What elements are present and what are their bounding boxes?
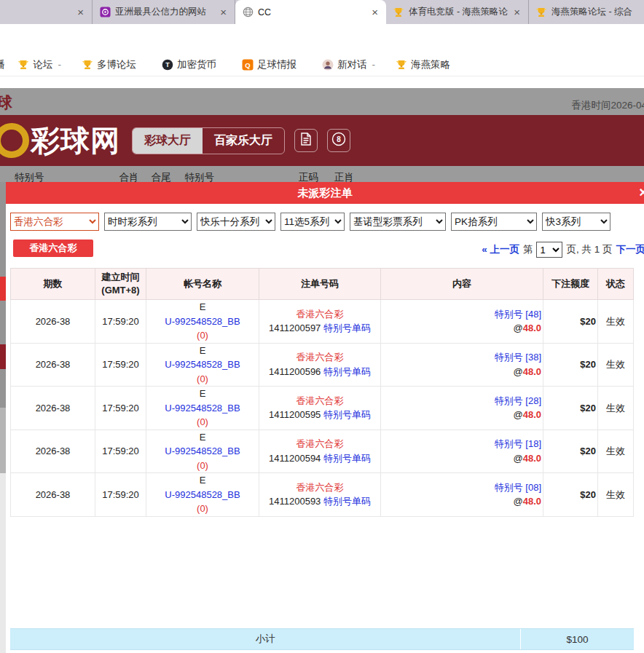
account-count: (0) [148, 502, 257, 516]
period-cell: 2026-38 [11, 387, 95, 430]
tab-close-icon[interactable]: × [512, 7, 522, 17]
account-count: (0) [148, 415, 257, 430]
ticket-number: 1411200595 [269, 409, 321, 420]
bet-detail-link[interactable]: 特别号 [38] [382, 350, 541, 365]
partial-logo-text: 球 [0, 92, 12, 113]
bet-detail-link[interactable]: 特别号 [18] [382, 437, 541, 451]
account-cell: E U-992548528_BB (0) [146, 473, 259, 517]
ticket-type-link[interactable]: 特别号单码 [323, 322, 371, 333]
bookmark-label: 播 [0, 58, 5, 71]
created-time-cell: 17:59:20 [95, 300, 146, 344]
page-count-text: 页, 共 1 页 [566, 243, 612, 256]
bookmark-label: 加密货币 [177, 58, 216, 71]
browser-tab[interactable]: CC × [235, 0, 386, 24]
page-word: 第 [523, 243, 533, 256]
browser-tab[interactable]: 亚洲最具公信力的网站 × [93, 0, 235, 24]
lottery-series-select[interactable]: 快乐十分系列 [197, 213, 275, 231]
bet-detail-link[interactable]: 特别号 [48] [382, 307, 541, 322]
bookmark-item[interactable]: 多博论坛 [81, 58, 141, 71]
amount-cell: $20 [543, 343, 598, 387]
trophy-icon [395, 58, 407, 71]
at-sign: @ [513, 366, 522, 377]
lottery-series-select[interactable]: 11选5系列 [280, 213, 345, 231]
tab-close-icon[interactable]: × [76, 7, 85, 17]
lottery-series-select[interactable]: 基诺型彩票系列 [350, 213, 446, 231]
bookmark-label: 多博论坛 [97, 58, 136, 71]
account-type: E [148, 473, 257, 488]
bet-detail-link[interactable]: 特别号 [08] [382, 480, 541, 495]
table-row: 2026-38 17:59:20 E U-992548528_BB (0) 香港… [11, 300, 634, 344]
ticket-cell: 香港六合彩 1411200594 特别号单码 [259, 430, 381, 473]
hall-nav: 彩球大厅 百家乐大厅 [132, 127, 285, 154]
status-cell: 生效 [598, 430, 634, 473]
at-sign: @ [513, 322, 522, 333]
tab-close-icon[interactable]: × [370, 7, 380, 17]
bookmark-item[interactable]: 论坛 - [17, 58, 62, 71]
bookmark-label: 海燕策略 [411, 58, 450, 71]
report-button[interactable] [294, 129, 318, 152]
account-link[interactable]: U-992548528_BB [148, 357, 257, 372]
column-header: 下注额度 [543, 269, 598, 300]
bookmark-suffix: - [58, 59, 62, 70]
prev-page-link[interactable]: « 上一页 [482, 243, 519, 256]
ticket-type-link[interactable]: 特别号单码 [323, 366, 371, 377]
account-link[interactable]: U-992548528_BB [148, 488, 257, 502]
lottery-series-select[interactable]: 时时彩系列 [104, 213, 192, 231]
created-time-cell: 17:59:20 [95, 343, 146, 387]
browser-tab[interactable]: om × [0, 0, 93, 24]
trophy-icon [535, 7, 547, 18]
table-row: 2026-38 17:59:20 E U-992548528_BB (0) 香港… [11, 430, 634, 473]
account-link[interactable]: U-992548528_BB [148, 401, 257, 416]
bookmark-item[interactable]: 海燕策略 [395, 58, 455, 71]
odds-value: 48.0 [523, 453, 541, 464]
tab-title: 海燕策略论坛 - 综合 [551, 6, 644, 18]
unsettled-bets-table: 期数 建立时间 (GMT+8) 帐号名称 注单号码 [10, 268, 634, 517]
period-cell: 2026-38 [11, 343, 95, 387]
lottery-series-select[interactable]: 快3系列 [542, 213, 610, 231]
period-cell: 2026-38 [11, 300, 95, 344]
hk-mark-six-button[interactable]: 香港六合彩 [13, 240, 93, 257]
period-cell: 2026-38 [11, 473, 95, 517]
modal-title: 未派彩注单 [298, 186, 353, 200]
trophy-icon [393, 7, 404, 18]
browser-tab[interactable]: 体育电竞版 - 海燕策略论坛 × [386, 0, 529, 24]
next-page-link[interactable]: 下一页 [616, 243, 644, 256]
bookmark-item[interactable]: Q 足球情报 [241, 58, 302, 71]
ticket-type-link[interactable]: 特别号单码 [323, 453, 371, 464]
lottery-series-select[interactable]: 香港六合彩 [10, 213, 99, 231]
account-type: E [148, 387, 257, 401]
odds-value: 48.0 [523, 409, 541, 420]
account-cell: E U-992548528_BB (0) [146, 343, 259, 387]
lottery-series-select[interactable]: PK拾系列 [451, 213, 537, 231]
ticket-number: 1411200597 [269, 322, 321, 333]
subtotal-value: $100 [520, 629, 634, 649]
bookmark-label: 论坛 [34, 58, 53, 71]
status-cell: 生效 [598, 300, 634, 344]
tab-title: 亚洲最具公信力的网站 [115, 6, 214, 18]
content-cell: 特别号 [08] @48.0 [381, 473, 543, 517]
account-count: (0) [148, 372, 257, 387]
odds-value: 48.0 [523, 496, 541, 507]
account-type: E [148, 430, 257, 445]
browser-tab-bar: om × 亚洲最具公信力的网站 × CC × 体育电竞版 - 海燕策略论坛 × … [0, 0, 644, 24]
hall-nav-item[interactable]: 百家乐大厅 [203, 128, 284, 154]
bet-detail-link[interactable]: 特别号 [28] [382, 394, 541, 408]
close-icon[interactable]: × [639, 185, 644, 199]
lottery-ball-button[interactable]: 8 [327, 129, 350, 152]
account-link[interactable]: U-992548528_BB [148, 314, 257, 329]
bookmark-label: 足球情报 [257, 58, 297, 71]
browser-tab[interactable]: 海燕策略论坛 - 综合 × [529, 0, 644, 24]
coin-icon: T [161, 58, 173, 71]
tab-close-icon[interactable]: × [219, 7, 228, 17]
bookmark-item[interactable]: T 加密货币 [161, 58, 221, 71]
account-link[interactable]: U-992548528_BB [148, 444, 257, 459]
page-select[interactable]: 1 [536, 242, 562, 258]
bookmark-item[interactable]: 播 [0, 58, 10, 71]
odds-value: 48.0 [523, 366, 541, 377]
column-header: 建立时间 (GMT+8) [95, 269, 146, 300]
hall-nav-item[interactable]: 彩球大厅 [133, 128, 203, 154]
ticket-type-link[interactable]: 特别号单码 [323, 409, 371, 420]
bookmark-item[interactable]: 新对话 - [321, 58, 375, 71]
ticket-type-link[interactable]: 特别号单码 [323, 496, 371, 507]
ticket-game: 香港六合彩 [261, 437, 379, 451]
